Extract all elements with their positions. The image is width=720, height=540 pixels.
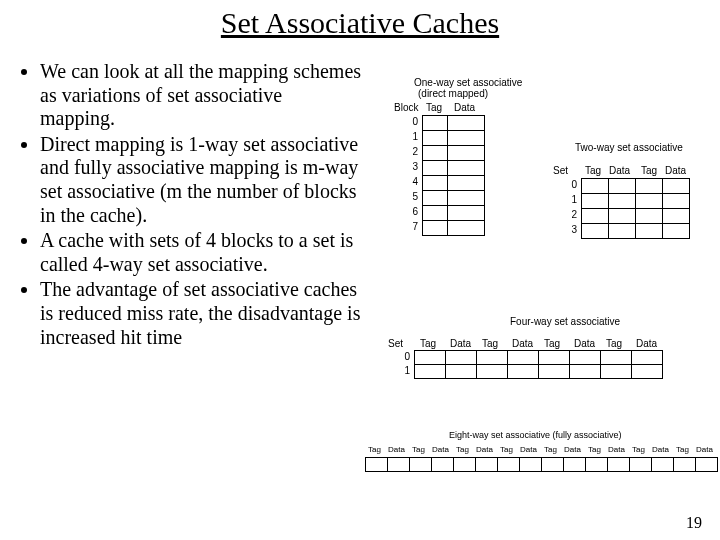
- slide: Set Associative Caches We can look at al…: [0, 0, 720, 540]
- col-header-tag: Tag: [500, 445, 513, 454]
- row-label: 3: [406, 161, 418, 172]
- cache-grid: [422, 115, 485, 236]
- col-header-data: Data: [564, 445, 581, 454]
- figure-subtitle: (direct mapped): [418, 88, 488, 99]
- row-label: 1: [565, 194, 577, 205]
- row-label: 2: [406, 146, 418, 157]
- figure-title: Two-way set associative: [575, 142, 683, 153]
- col-header-data: Data: [609, 165, 630, 176]
- page-number: 19: [686, 514, 702, 532]
- bullet-item: The advantage of set associative caches …: [40, 278, 362, 349]
- row-label: 7: [406, 221, 418, 232]
- figure-title: Four-way set associative: [510, 316, 620, 327]
- col-header-block: Block: [394, 102, 418, 113]
- row-label: 4: [406, 176, 418, 187]
- col-header-tag: Tag: [482, 338, 498, 349]
- col-header-tag: Tag: [632, 445, 645, 454]
- figure-title: One-way set associative: [414, 77, 522, 88]
- bullet-item: A cache with sets of 4 blocks to a set i…: [40, 229, 362, 276]
- row-label: 6: [406, 206, 418, 217]
- col-header-data: Data: [574, 338, 595, 349]
- cache-grid: [414, 350, 663, 379]
- row-label: 5: [406, 191, 418, 202]
- row-label: 0: [565, 179, 577, 190]
- bullet-item: Direct mapping is 1-way set associative …: [40, 133, 362, 227]
- row-label: 1: [398, 365, 410, 376]
- col-header-tag: Tag: [456, 445, 469, 454]
- col-header-data: Data: [696, 445, 713, 454]
- col-header-data: Data: [388, 445, 405, 454]
- col-header-data: Data: [636, 338, 657, 349]
- figure-one-way: One-way set associative (direct mapped) …: [370, 90, 555, 245]
- bullet-item: We can look at all the mapping schemes a…: [40, 60, 362, 131]
- col-header-tag: Tag: [426, 102, 442, 113]
- col-header-tag: Tag: [641, 165, 657, 176]
- col-header-set: Set: [553, 165, 568, 176]
- col-header-data: Data: [476, 445, 493, 454]
- col-header-data: Data: [512, 338, 533, 349]
- col-header-tag: Tag: [585, 165, 601, 176]
- col-header-tag: Tag: [544, 338, 560, 349]
- col-header-tag: Tag: [588, 445, 601, 454]
- col-header-data: Data: [652, 445, 669, 454]
- col-header-data: Data: [432, 445, 449, 454]
- body-text: We can look at all the mapping schemes a…: [22, 60, 362, 351]
- col-header-tag: Tag: [368, 445, 381, 454]
- col-header-data: Data: [454, 102, 475, 113]
- col-header-data: Data: [450, 338, 471, 349]
- figure-two-way: Two-way set associative Set Tag Data Tag…: [555, 150, 715, 270]
- figure-title: Eight-way set associative (fully associa…: [449, 430, 622, 440]
- col-header-data: Data: [608, 445, 625, 454]
- figure-eight-way: Eight-way set associative (fully associa…: [365, 430, 720, 500]
- row-label: 2: [565, 209, 577, 220]
- cache-grid: [365, 457, 718, 472]
- figure-four-way: Four-way set associative Set Tag Data Ta…: [400, 320, 720, 410]
- col-header-data: Data: [665, 165, 686, 176]
- col-header-tag: Tag: [412, 445, 425, 454]
- row-label: 0: [406, 116, 418, 127]
- slide-title: Set Associative Caches: [0, 6, 720, 40]
- col-header-tag: Tag: [420, 338, 436, 349]
- row-label: 3: [565, 224, 577, 235]
- col-header-tag: Tag: [676, 445, 689, 454]
- col-header-set: Set: [388, 338, 403, 349]
- col-header-tag: Tag: [606, 338, 622, 349]
- row-label: 0: [398, 351, 410, 362]
- row-label: 1: [406, 131, 418, 142]
- col-header-tag: Tag: [544, 445, 557, 454]
- cache-grid: [581, 178, 690, 239]
- col-header-data: Data: [520, 445, 537, 454]
